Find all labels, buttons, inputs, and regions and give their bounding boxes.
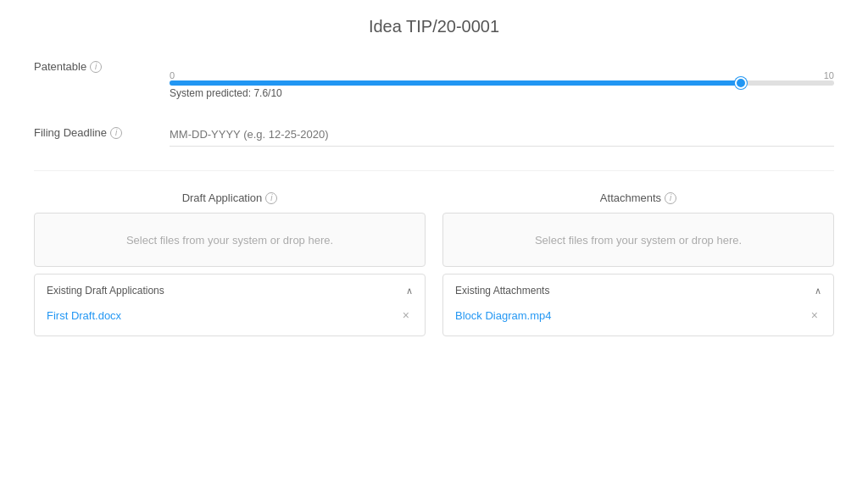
patentable-info-icon[interactable]: i	[90, 61, 102, 73]
filing-deadline-input[interactable]	[170, 123, 834, 147]
draft-file-item: First Draft.docx ×	[47, 305, 413, 325]
existing-attachments-section: Existing Attachments ∧ Block Diagram.mp4…	[442, 274, 834, 336]
draft-applications-chevron-icon: ∧	[406, 286, 413, 297]
draft-application-col: Draft Application i Select files from yo…	[34, 191, 426, 336]
filing-deadline-field-content	[170, 123, 834, 147]
draft-application-upload-box[interactable]: Select files from your system or drop he…	[34, 213, 426, 267]
draft-application-title: Draft Application i	[34, 191, 426, 204]
slider-fill	[170, 80, 741, 86]
patentable-field-row: Patentable i 0 10 System predicted: 7.6/…	[34, 57, 834, 109]
patentable-slider-container: 0 10	[170, 57, 834, 86]
attachments-col: Attachments i Select files from your sys…	[442, 191, 834, 336]
draft-file-link[interactable]: First Draft.docx	[47, 309, 121, 322]
attachment-file-remove-icon[interactable]: ×	[808, 308, 821, 322]
draft-file-remove-icon[interactable]: ×	[399, 308, 413, 322]
slider-track[interactable]	[170, 80, 834, 86]
page-title: Idea TIP/20-0001	[34, 17, 834, 36]
slider-labels: 0 10	[170, 70, 834, 80]
attachment-file-item: Block Diagram.mp4 ×	[455, 305, 821, 325]
existing-draft-applications-header[interactable]: Existing Draft Applications ∧	[47, 285, 413, 297]
patentable-field-content: 0 10 System predicted: 7.6/10	[170, 57, 834, 99]
attachments-info-icon[interactable]: i	[665, 192, 676, 204]
draft-application-info-icon[interactable]: i	[265, 192, 277, 204]
predicted-label: System predicted: 7.6/10	[170, 87, 834, 99]
attachment-file-link[interactable]: Block Diagram.mp4	[455, 309, 551, 322]
upload-section: Draft Application i Select files from yo…	[34, 191, 834, 336]
attachments-chevron-icon: ∧	[815, 286, 821, 297]
main-page: Idea TIP/20-0001 Patentable i 0 10 Syste…	[0, 0, 868, 488]
slider-thumb[interactable]	[735, 77, 747, 89]
attachments-upload-box[interactable]: Select files from your system or drop he…	[442, 213, 834, 267]
patentable-label: Patentable i	[34, 57, 170, 73]
filing-deadline-info-icon[interactable]: i	[110, 127, 122, 139]
filing-deadline-field-row: Filing Deadline i	[34, 123, 834, 157]
existing-attachments-header[interactable]: Existing Attachments ∧	[455, 285, 821, 297]
attachments-title: Attachments i	[442, 191, 834, 204]
section-divider	[34, 170, 834, 171]
existing-draft-applications-section: Existing Draft Applications ∧ First Draf…	[34, 274, 426, 336]
filing-deadline-label: Filing Deadline i	[34, 123, 170, 139]
